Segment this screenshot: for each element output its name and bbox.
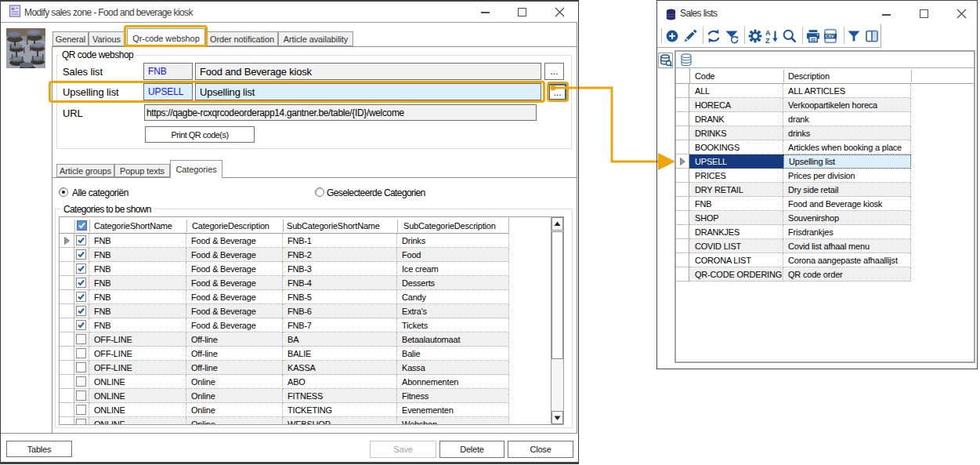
svg-text:A: A xyxy=(765,29,771,37)
svg-text:CSV: CSV xyxy=(826,34,834,38)
svg-text:Z: Z xyxy=(765,37,770,45)
